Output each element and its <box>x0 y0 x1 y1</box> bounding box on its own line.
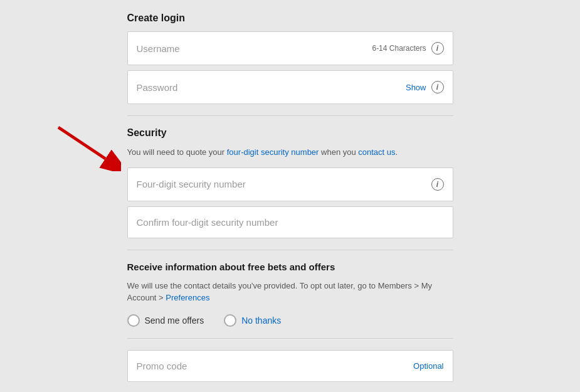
create-login-title: Create login <box>127 13 453 24</box>
radio-group: Send me offers No thanks <box>127 314 453 327</box>
no-thanks-radio[interactable] <box>224 314 236 327</box>
no-thanks-label: No thanks <box>241 315 281 326</box>
password-right: Show i <box>406 81 444 93</box>
security-description: You will need to quote your four-digit s… <box>127 146 453 159</box>
security-info-icon[interactable]: i <box>431 178 444 191</box>
offers-description: We will use the contact details you've p… <box>127 280 453 304</box>
optional-label: Optional <box>413 361 443 371</box>
promo-code-placeholder: Promo code <box>137 361 187 371</box>
offers-section: Receive information about free bets and … <box>127 262 453 327</box>
password-field-container: Show i <box>127 70 453 104</box>
preferences-link[interactable]: Preferences <box>166 293 209 302</box>
username-char-hint: 6-14 Characters <box>372 44 426 53</box>
svg-line-1 <box>58 127 105 159</box>
security-number-right: i <box>431 178 444 191</box>
promo-code-section: Promo code Optional <box>127 350 453 382</box>
security-title: Security <box>127 127 453 139</box>
divider-1 <box>127 115 453 116</box>
divider-2 <box>127 250 453 250</box>
password-input[interactable] <box>137 82 406 93</box>
security-number-field-container: i <box>127 167 453 201</box>
username-right: 6-14 Characters i <box>372 42 443 55</box>
password-info-icon[interactable]: i <box>431 81 444 93</box>
send-me-offers-label: Send me offers <box>145 315 204 326</box>
arrow-container <box>46 121 121 174</box>
form-container: Create login 6-14 Characters i Show i <box>127 13 453 382</box>
password-show-button[interactable]: Show <box>406 83 426 92</box>
confirm-security-field-container <box>127 206 453 238</box>
send-me-offers-option[interactable]: Send me offers <box>127 314 204 327</box>
username-input[interactable] <box>137 43 372 54</box>
security-section: Security You will need to quote your fou… <box>127 127 453 238</box>
security-desc-link1: four-digit security number <box>227 147 319 157</box>
security-number-input[interactable] <box>137 179 431 189</box>
username-info-icon[interactable]: i <box>431 42 444 55</box>
send-me-offers-radio[interactable] <box>127 314 140 327</box>
offers-title: Receive information about free bets and … <box>127 262 453 272</box>
page-container: Create login 6-14 Characters i Show i <box>0 0 580 392</box>
divider-3 <box>127 338 453 339</box>
username-field-container: 6-14 Characters i <box>127 31 453 65</box>
no-thanks-option[interactable]: No thanks <box>224 314 281 327</box>
red-arrow-icon <box>46 121 121 171</box>
security-desc-link2: contact us <box>358 147 395 157</box>
confirm-security-input[interactable] <box>137 217 444 228</box>
